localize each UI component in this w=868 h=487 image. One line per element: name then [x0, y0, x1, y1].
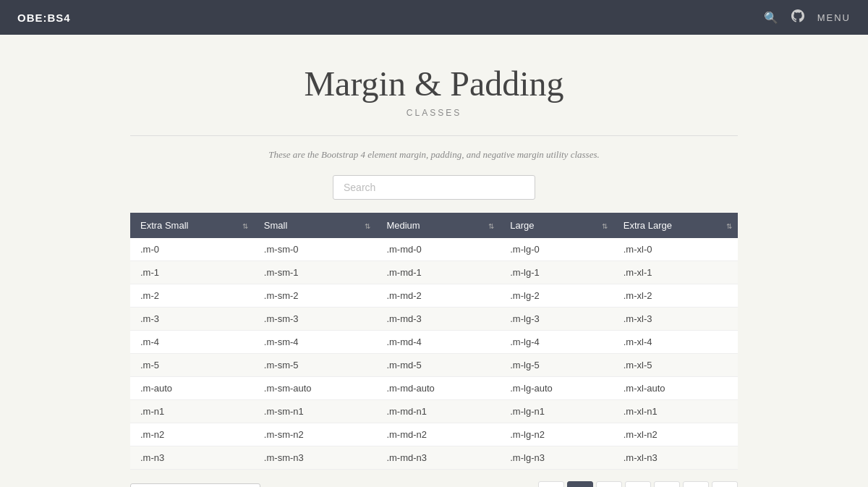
divider — [130, 135, 738, 136]
page-title: Margin & Padding — [130, 64, 738, 103]
github-icon[interactable] — [791, 9, 804, 25]
rows-select[interactable]: View 10 Table Rows — [130, 483, 260, 488]
menu-label[interactable]: MENU — [817, 12, 851, 23]
search-input[interactable] — [333, 175, 535, 200]
table-row: .m-1.m-sm-1.m-md-1.m-lg-1.m-xl-1 — [130, 261, 738, 284]
main-content: Margin & Padding CLASSES These are the B… — [116, 35, 752, 487]
table-cell: .m-sm-4 — [254, 331, 377, 354]
table-cell: .m-xl-5 — [613, 354, 738, 377]
table-row: .m-2.m-sm-2.m-md-2.m-lg-2.m-xl-2 — [130, 284, 738, 308]
table-cell: .m-auto — [130, 377, 254, 400]
col-lg: Large ⇅ — [500, 213, 613, 238]
table-cell: .m-md-n2 — [376, 423, 500, 446]
rows-select-wrap: View 10 Table Rows — [130, 483, 260, 488]
prev-page-button[interactable]: ‹ — [538, 481, 564, 487]
table-cell: .m-xl-1 — [613, 261, 738, 284]
table-cell: .m-0 — [130, 238, 254, 261]
nav-right: 🔍 MENU — [764, 9, 851, 25]
col-md: Medium ⇅ — [376, 213, 500, 238]
table-cell: .m-sm-1 — [254, 261, 377, 284]
table-cell: .m-5 — [130, 354, 254, 377]
table-cell: .m-lg-1 — [500, 261, 613, 284]
table-cell: .m-lg-2 — [500, 284, 613, 308]
table-cell: .m-xl-n1 — [613, 400, 738, 423]
sort-icon-md[interactable]: ⇅ — [488, 221, 494, 229]
table-cell: .m-sm-3 — [254, 308, 377, 331]
table-cell: .m-3 — [130, 308, 254, 331]
table-cell: .m-sm-2 — [254, 284, 377, 308]
page-description: These are the Bootstrap 4 element margin… — [130, 149, 738, 161]
table-cell: .m-lg-0 — [500, 238, 613, 261]
table-row: .m-3.m-sm-3.m-md-3.m-lg-3.m-xl-3 — [130, 308, 738, 331]
table-cell: .m-lg-4 — [500, 331, 613, 354]
nav-brand[interactable]: OBE:BS4 — [17, 12, 71, 24]
table-cell: .m-2 — [130, 284, 254, 308]
sort-icon-xl[interactable]: ⇅ — [726, 221, 732, 229]
table-cell: .m-4 — [130, 331, 254, 354]
table-cell: .m-xl-n2 — [613, 423, 738, 446]
table-header-row: Extra Small ⇅ Small ⇅ Medium ⇅ Large ⇅ E… — [130, 213, 738, 238]
table-cell: .m-md-auto — [376, 377, 500, 400]
table-cell: .m-n3 — [130, 446, 254, 470]
pagination-area: View 10 Table Rows ‹ 1 2 3 ... 14 › — [130, 481, 738, 487]
table-cell: .m-n2 — [130, 423, 254, 446]
table-body: .m-0.m-sm-0.m-md-0.m-lg-0.m-xl-0.m-1.m-s… — [130, 238, 738, 470]
sort-icon-xs[interactable]: ⇅ — [242, 221, 248, 229]
page-subtitle: CLASSES — [130, 108, 738, 118]
sort-icon-lg[interactable]: ⇅ — [602, 221, 608, 229]
table-row: .m-4.m-sm-4.m-md-4.m-lg-4.m-xl-4 — [130, 331, 738, 354]
next-page-button[interactable]: › — [712, 481, 738, 487]
table-row: .m-n3.m-sm-n3.m-md-n3.m-lg-n3.m-xl-n3 — [130, 446, 738, 470]
table-cell: .m-md-5 — [376, 354, 500, 377]
page-button-14[interactable]: 14 — [683, 481, 709, 487]
table-row: .m-n1.m-sm-n1.m-md-n1.m-lg-n1.m-xl-n1 — [130, 400, 738, 423]
navbar: OBE:BS4 🔍 MENU — [0, 0, 868, 35]
col-sm: Small ⇅ — [254, 213, 377, 238]
table-cell: .m-sm-5 — [254, 354, 377, 377]
table-row: .m-auto.m-sm-auto.m-md-auto.m-lg-auto.m-… — [130, 377, 738, 400]
table-cell: .m-lg-5 — [500, 354, 613, 377]
table-cell: .m-xl-auto — [613, 377, 738, 400]
table-cell: .m-lg-n2 — [500, 423, 613, 446]
table-cell: .m-sm-n1 — [254, 400, 377, 423]
table-row: .m-n2.m-sm-n2.m-md-n2.m-lg-n2.m-xl-n2 — [130, 423, 738, 446]
search-wrap — [130, 175, 738, 200]
table-cell: .m-xl-n3 — [613, 446, 738, 470]
table-row: .m-5.m-sm-5.m-md-5.m-lg-5.m-xl-5 — [130, 354, 738, 377]
page-button-3[interactable]: 3 — [625, 481, 651, 487]
page-button-ellipsis: ... — [654, 481, 680, 487]
col-xs: Extra Small ⇅ — [130, 213, 254, 238]
table-row: .m-0.m-sm-0.m-md-0.m-lg-0.m-xl-0 — [130, 238, 738, 261]
page-button-1[interactable]: 1 — [567, 481, 593, 487]
table-cell: .m-xl-2 — [613, 284, 738, 308]
table-cell: .m-md-2 — [376, 284, 500, 308]
table-cell: .m-xl-3 — [613, 308, 738, 331]
table-cell: .m-lg-auto — [500, 377, 613, 400]
table-cell: .m-lg-3 — [500, 308, 613, 331]
table-cell: .m-md-4 — [376, 331, 500, 354]
table-cell: .m-n1 — [130, 400, 254, 423]
table-cell: .m-sm-0 — [254, 238, 377, 261]
col-xl: Extra Large ⇅ — [613, 213, 738, 238]
page-button-2[interactable]: 2 — [596, 481, 622, 487]
table-cell: .m-md-3 — [376, 308, 500, 331]
pagination: ‹ 1 2 3 ... 14 › — [538, 481, 738, 487]
table-cell: .m-md-n1 — [376, 400, 500, 423]
table-cell: .m-md-0 — [376, 238, 500, 261]
sort-icon-sm[interactable]: ⇅ — [365, 221, 370, 229]
table-cell: .m-xl-4 — [613, 331, 738, 354]
table-cell: .m-md-1 — [376, 261, 500, 284]
table-cell: .m-lg-n1 — [500, 400, 613, 423]
table-cell: .m-sm-n2 — [254, 423, 377, 446]
table-cell: .m-1 — [130, 261, 254, 284]
table-cell: .m-md-n3 — [376, 446, 500, 470]
table-cell: .m-sm-auto — [254, 377, 377, 400]
table-cell: .m-sm-n3 — [254, 446, 377, 470]
search-icon[interactable]: 🔍 — [764, 11, 778, 25]
data-table: Extra Small ⇅ Small ⇅ Medium ⇅ Large ⇅ E… — [130, 213, 738, 470]
table-cell: .m-xl-0 — [613, 238, 738, 261]
table-cell: .m-lg-n3 — [500, 446, 613, 470]
